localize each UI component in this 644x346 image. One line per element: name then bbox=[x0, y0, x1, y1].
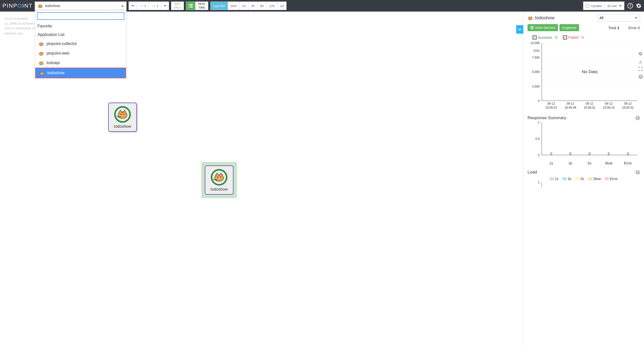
y-tick: 7,500 bbox=[528, 56, 540, 59]
inbound-depth-button[interactable]: →1 bbox=[137, 2, 149, 10]
total-stat: Total 1 bbox=[608, 26, 619, 30]
server-node-selected[interactable]: todoshow bbox=[205, 165, 233, 195]
success-checkbox[interactable]: ✓ Success : 0 bbox=[533, 35, 557, 39]
update-toggle[interactable]: Update bbox=[583, 2, 605, 10]
time-range-1h[interactable]: 1h bbox=[239, 2, 249, 10]
sidebar-toggle[interactable] bbox=[516, 25, 523, 34]
y-tick: 5,000 bbox=[528, 70, 540, 74]
time-range-3h[interactable]: 3h bbox=[249, 2, 258, 10]
was-only-button[interactable]: WAS ONLY bbox=[171, 2, 184, 10]
update-interval-button[interactable]: 10 sec bbox=[605, 2, 624, 10]
x-tick: 08-12 bbox=[542, 102, 561, 106]
update-label: Update bbox=[591, 4, 602, 8]
update-checkbox[interactable] bbox=[586, 4, 589, 8]
app-item-todoshow[interactable]: todoshow bbox=[35, 68, 126, 78]
depth-config-button[interactable]: ••• bbox=[129, 2, 137, 10]
tomcat-icon bbox=[38, 51, 44, 56]
favorite-heading: Favorite bbox=[35, 22, 126, 30]
help-icon[interactable]: ? bbox=[635, 170, 640, 175]
list-view-button[interactable] bbox=[186, 2, 195, 10]
time-range-20m[interactable]: 20m bbox=[228, 2, 240, 10]
only-text: ONLY bbox=[174, 6, 181, 9]
server-node[interactable]: todoshow bbox=[108, 103, 137, 132]
app-item-pinpoint-web[interactable]: pinpoint-web bbox=[35, 49, 126, 58]
view-group: REAL TIME bbox=[186, 2, 208, 10]
error-value: 0 bbox=[638, 26, 640, 30]
arrow-right-icon: → bbox=[151, 4, 155, 8]
selected-node-wrap: todoshow bbox=[201, 162, 237, 198]
depth-dropdown-button[interactable] bbox=[161, 2, 169, 10]
svg-rect-8 bbox=[190, 4, 193, 5]
y-tick: 0 bbox=[528, 153, 540, 157]
x-tick: 08-12 bbox=[580, 102, 599, 106]
legend-label: 1s bbox=[555, 177, 559, 181]
depth-group: ••• →1 →1 bbox=[129, 2, 169, 10]
svg-point-20 bbox=[215, 175, 224, 181]
tomcat-icon bbox=[38, 41, 44, 46]
time-range-1d[interactable]: 1d bbox=[277, 2, 286, 10]
inspector-label: Inspector bbox=[562, 26, 577, 30]
help-icon[interactable]: ? bbox=[635, 116, 640, 120]
y-tick: 0.5 bbox=[528, 137, 540, 141]
checkbox-icon: ✓ bbox=[563, 35, 567, 39]
time-range-12h[interactable]: 12h bbox=[267, 2, 277, 10]
svg-point-22 bbox=[220, 177, 221, 178]
svg-rect-29 bbox=[531, 28, 533, 29]
view-servers-button[interactable]: View Servers bbox=[528, 24, 558, 31]
server-filter-select[interactable]: All bbox=[597, 14, 640, 22]
section-title: Load bbox=[528, 170, 537, 175]
application-selector-toggle[interactable]: todoshow bbox=[35, 2, 127, 10]
svg-rect-26 bbox=[530, 27, 531, 28]
error-label: Error bbox=[628, 26, 637, 30]
time-range-6h[interactable]: 6h bbox=[258, 2, 267, 10]
swatch-icon bbox=[562, 177, 567, 180]
app-item-label: todoapi bbox=[47, 61, 60, 65]
tomcat-icon bbox=[37, 4, 43, 8]
tomcat-icon bbox=[38, 61, 44, 65]
bar-value: 0 bbox=[542, 152, 561, 156]
time-text: TIME bbox=[198, 6, 205, 9]
bar-value: 0 bbox=[599, 152, 618, 156]
inspector-button[interactable]: Inspector bbox=[559, 24, 579, 31]
application-search-input[interactable] bbox=[37, 12, 124, 20]
application-selector-label: todoshow bbox=[45, 4, 60, 8]
total-label: Total bbox=[608, 26, 616, 30]
legend-item: 5s bbox=[575, 177, 584, 181]
x-tick: 15:59:16 bbox=[599, 106, 618, 110]
y-tick: 1 bbox=[528, 121, 540, 124]
list-icon bbox=[189, 4, 193, 8]
app-item-pinpoint-collector[interactable]: pinpoint-collector bbox=[35, 39, 126, 49]
caret-down-icon bbox=[619, 5, 622, 7]
help-icon[interactable]: ? bbox=[627, 3, 633, 9]
logo-text-post: INT bbox=[22, 3, 32, 9]
legend-item: 3s bbox=[562, 177, 571, 181]
legend-label: Slow bbox=[593, 177, 601, 181]
bar-value: 0 bbox=[618, 152, 637, 156]
tomcat-icon bbox=[39, 71, 45, 75]
y-tick: (ms) bbox=[528, 49, 540, 52]
swatch-icon bbox=[588, 177, 592, 180]
section-title: Response Summary bbox=[528, 115, 566, 120]
real-text: REAL bbox=[198, 3, 206, 5]
failed-checkbox[interactable]: ✓ Failed : 0 bbox=[563, 35, 584, 39]
time-range-group: Last 5m 20m 1h 3h 6h 12h 1d bbox=[210, 2, 287, 10]
outbound-count: 1 bbox=[156, 4, 158, 8]
real-time-button[interactable]: REAL TIME bbox=[195, 2, 208, 10]
svg-point-4 bbox=[39, 53, 43, 55]
time-range-5m[interactable]: Last 5m bbox=[211, 2, 228, 10]
outbound-depth-button[interactable]: →1 bbox=[149, 2, 161, 10]
update-interval-label: 10 sec bbox=[607, 4, 617, 8]
error-stat: Error 0 bbox=[628, 26, 640, 30]
app-item-todoapi[interactable]: todoapi bbox=[35, 58, 126, 68]
logo: PINPOINT bbox=[3, 3, 33, 9]
inbound-count: 1 bbox=[144, 4, 146, 8]
x-tick: 08-12 bbox=[618, 102, 637, 106]
gear-icon[interactable] bbox=[636, 3, 641, 9]
load-heading: Load ? bbox=[528, 170, 640, 175]
legend-item: Error bbox=[605, 177, 618, 181]
failed-label: Failed : 0 bbox=[568, 35, 584, 39]
svg-point-18 bbox=[124, 114, 125, 115]
bar-value: 0 bbox=[580, 152, 599, 156]
success-label: Success : 0 bbox=[538, 35, 557, 39]
checkbox-icon: ✓ bbox=[533, 35, 537, 39]
